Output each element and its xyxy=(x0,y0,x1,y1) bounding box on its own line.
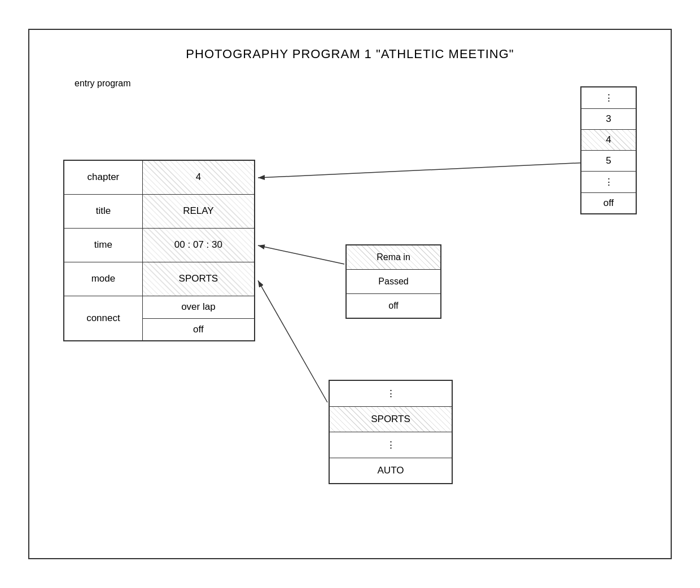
chapter-list-item-1: 3 xyxy=(581,109,636,130)
time-value: 00 : 07 : 30 xyxy=(142,228,255,262)
entry-label: entry program xyxy=(75,78,659,89)
sports-box: ⋮ SPORTS ⋮ AUTO xyxy=(329,380,453,484)
connect-off: off xyxy=(142,318,255,341)
chapter-list-item-0: ⋮ xyxy=(581,87,636,109)
table-row-title: title RELAY xyxy=(64,194,255,228)
sports-item-dots1: ⋮ xyxy=(330,381,452,407)
table-row-mode: mode SPORTS xyxy=(64,262,255,296)
table-row-chapter: chapter 4 xyxy=(64,160,255,194)
chapter-list-item-4: ⋮ xyxy=(581,172,636,193)
time-mode-remain: Rema in xyxy=(347,245,440,270)
time-mode-box: Rema in Passed off xyxy=(345,244,441,319)
chapter-list-box: ⋮ 3 4 5 ⋮ off xyxy=(580,86,637,214)
mode-arrow xyxy=(258,280,327,402)
title-label: title xyxy=(64,194,142,228)
chapter-value: 4 xyxy=(142,160,255,194)
entry-table: chapter 4 title RELAY time 00 : 07 : 30 … xyxy=(63,160,255,341)
connect-overlap: over lap xyxy=(142,296,255,318)
chapter-list-item-5: off xyxy=(581,193,636,213)
chapter-list-item-2: 4 xyxy=(581,130,636,151)
title-value: RELAY xyxy=(142,194,255,228)
chapter-arrow xyxy=(258,163,588,178)
time-label: time xyxy=(64,228,142,262)
mode-value: SPORTS xyxy=(142,262,255,296)
time-mode-passed: Passed xyxy=(347,270,440,294)
time-arrow xyxy=(258,245,344,264)
mode-label: mode xyxy=(64,262,142,296)
chapter-label: chapter xyxy=(64,160,142,194)
time-mode-off: off xyxy=(347,294,440,318)
connect-label: connect xyxy=(64,296,142,341)
table-row-time: time 00 : 07 : 30 xyxy=(64,228,255,262)
sports-item-dots2: ⋮ xyxy=(330,432,452,458)
sports-item-auto: AUTO xyxy=(330,458,452,483)
table-row-connect-1: connect over lap xyxy=(64,296,255,318)
chapter-list-item-3: 5 xyxy=(581,151,636,172)
sports-item-sports: SPORTS xyxy=(330,407,452,432)
page-title: PHOTOGRAPHY PROGRAM 1 "ATHLETIC MEETING" xyxy=(41,47,659,62)
main-container: PHOTOGRAPHY PROGRAM 1 "ATHLETIC MEETING"… xyxy=(28,29,672,559)
